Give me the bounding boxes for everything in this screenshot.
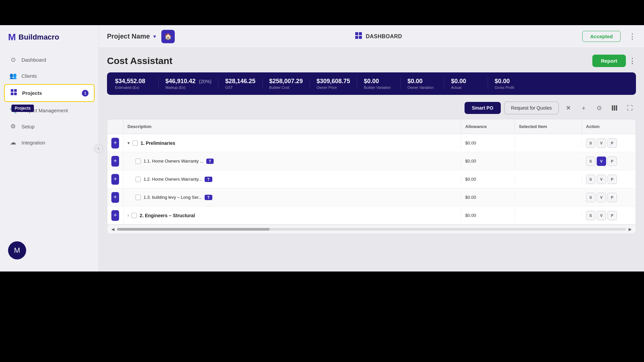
- smart-po-button[interactable]: Smart PO: [465, 102, 501, 114]
- stat-markup-percent: (20%): [199, 79, 211, 84]
- td-desc-2: › 2. Engineers – Structural: [123, 209, 461, 222]
- td-desc-13: 1.3. building levy – Long Ser... T: [123, 191, 461, 203]
- sidebar-item-integration-label: Integration: [21, 140, 45, 145]
- filter-icon-btn[interactable]: ⊙: [593, 102, 605, 114]
- stat-owner-price: $309,608.75 Owner Price: [310, 78, 357, 89]
- td-desc-1: ▾ 1. Preliminaries: [123, 137, 461, 149]
- row-checkbox-12[interactable]: [136, 177, 141, 182]
- scroll-right-btn[interactable]: ▶: [627, 226, 633, 232]
- table-row: + ▾ 1. Preliminaries $0.00 S V: [107, 134, 636, 152]
- sidebar-item-dashboard[interactable]: ⊙ Dashboard: [4, 52, 95, 67]
- action-s-2[interactable]: S: [586, 211, 595, 220]
- row-label-1: 1. Preliminaries: [141, 140, 175, 146]
- td-add-12: +: [107, 171, 123, 188]
- svg-rect-7: [359, 36, 362, 39]
- stat-estimated-label: Estimated (Ex): [115, 85, 139, 89]
- stat-builder-variation-value: $0.00: [364, 78, 379, 85]
- stat-builder-cost: $258,007.29 Builder Cost: [263, 78, 310, 89]
- logo: M Buildmacro: [0, 32, 99, 52]
- logo-text: Buildmacro: [18, 33, 59, 42]
- tag-t-12: T: [205, 177, 212, 182]
- close-icon-btn[interactable]: ✕: [562, 102, 574, 114]
- page-more-btn[interactable]: ⋮: [629, 57, 636, 65]
- stat-gross-profit: $0.00 Gross Profit: [488, 78, 532, 89]
- th-action: Action: [582, 119, 636, 134]
- add-row-btn-12[interactable]: +: [111, 174, 119, 185]
- fullscreen-icon-btn[interactable]: ⛶: [624, 102, 636, 114]
- row-checkbox-1[interactable]: [132, 140, 138, 146]
- row-label-2: 2. Engineers – Structural: [140, 213, 195, 218]
- svg-rect-2: [11, 93, 13, 95]
- allowance-value-13: $0.00: [465, 195, 476, 200]
- stat-gross-profit-value: $0.00: [495, 78, 510, 85]
- expand-icon-2[interactable]: ›: [127, 213, 129, 218]
- add-row-btn-2[interactable]: +: [111, 210, 119, 221]
- clients-icon: 👥: [9, 72, 17, 79]
- setup-icon: ⚙: [9, 123, 17, 130]
- table-row: + › 2. Engineers – Structural $0.00 S: [107, 206, 636, 225]
- action-p-2[interactable]: P: [607, 211, 617, 220]
- action-s-11[interactable]: S: [586, 157, 595, 166]
- action-v-12[interactable]: V: [597, 175, 606, 184]
- action-btns-11: S V P: [586, 157, 617, 166]
- expand-icon-1[interactable]: ▾: [127, 140, 130, 145]
- report-button[interactable]: Report: [592, 55, 626, 67]
- action-v-13[interactable]: V: [597, 193, 606, 202]
- columns-icon-btn[interactable]: [608, 102, 621, 114]
- td-add-2: +: [107, 207, 123, 224]
- add-row-btn-1[interactable]: +: [111, 138, 119, 148]
- action-p-12[interactable]: P: [607, 175, 617, 184]
- sidebar-item-clients-label: Clients: [21, 73, 37, 79]
- action-p-13[interactable]: P: [607, 193, 617, 202]
- dashboard-btn[interactable]: DASHBOARD: [355, 32, 402, 41]
- action-p-1[interactable]: P: [607, 138, 617, 148]
- th-selected-item: Selected Item: [515, 119, 582, 134]
- page-body: Cost Assistant Report ⋮ $34,552.08 Estim…: [99, 48, 644, 272]
- page-title: Cost Assistant: [107, 56, 172, 66]
- sidebar-collapse-btn[interactable]: ‹: [94, 144, 103, 153]
- action-s-1[interactable]: S: [586, 138, 595, 148]
- user-avatar[interactable]: M: [8, 241, 26, 259]
- sidebar-item-clients[interactable]: 👥 Clients: [4, 68, 95, 83]
- action-v-1[interactable]: V: [597, 138, 606, 148]
- svg-rect-3: [14, 93, 17, 95]
- action-btns-2: S V P: [586, 211, 617, 220]
- columns-icon: [611, 105, 618, 111]
- scroll-left-btn[interactable]: ◀: [110, 226, 116, 232]
- action-s-12[interactable]: S: [586, 175, 595, 184]
- stat-owner-variation-value: $0.00: [408, 78, 423, 85]
- action-v-2[interactable]: V: [597, 211, 606, 220]
- sidebar-item-setup[interactable]: ⚙ Setup: [4, 119, 95, 134]
- row-checkbox-13[interactable]: [136, 195, 141, 200]
- svg-rect-10: [616, 105, 617, 111]
- accepted-button[interactable]: Accepted: [582, 31, 621, 42]
- stat-actual-value: $0.00: [451, 78, 466, 85]
- rfq-button[interactable]: Request for Quotes: [504, 102, 559, 114]
- sidebar-item-integration[interactable]: ☁ Integration: [4, 135, 95, 150]
- dashboard-grid-icon: [355, 32, 362, 41]
- add-icon-btn[interactable]: ＋: [578, 102, 590, 114]
- stat-builder-cost-label: Builder Cost: [269, 85, 289, 89]
- row-checkbox-11[interactable]: [136, 159, 141, 164]
- sidebar-item-projects[interactable]: Projects 1 Projects: [4, 84, 95, 102]
- project-selector[interactable]: Project Name ▾: [107, 33, 156, 40]
- sidebar-item-setup-label: Setup: [21, 124, 35, 129]
- filter-icon: ⊙: [597, 104, 602, 112]
- home-btn[interactable]: 🏠: [161, 30, 175, 43]
- scroll-track[interactable]: [117, 228, 626, 231]
- add-row-btn-13[interactable]: +: [111, 192, 119, 203]
- sidebar-item-dashboard-label: Dashboard: [21, 57, 46, 63]
- th-add: [107, 119, 123, 134]
- sidebar: M Buildmacro ⊙ Dashboard 👥 Clients: [0, 25, 99, 272]
- cost-table: Description Allowance Selected Item Acti…: [107, 119, 636, 234]
- action-p-11[interactable]: P: [607, 157, 617, 166]
- header-more-btn[interactable]: ⋮: [629, 32, 636, 41]
- add-row-btn-11[interactable]: +: [111, 156, 119, 167]
- dashboard-icon: ⊙: [9, 56, 17, 63]
- allowance-value-11: $0.00: [465, 159, 476, 164]
- action-s-13[interactable]: S: [586, 193, 595, 202]
- action-v-11[interactable]: V: [597, 157, 606, 166]
- stat-markup-label: Markup (Ex): [165, 85, 185, 89]
- stat-owner-variation: $0.00 Owner Variation: [401, 78, 444, 89]
- row-checkbox-2[interactable]: [131, 213, 137, 218]
